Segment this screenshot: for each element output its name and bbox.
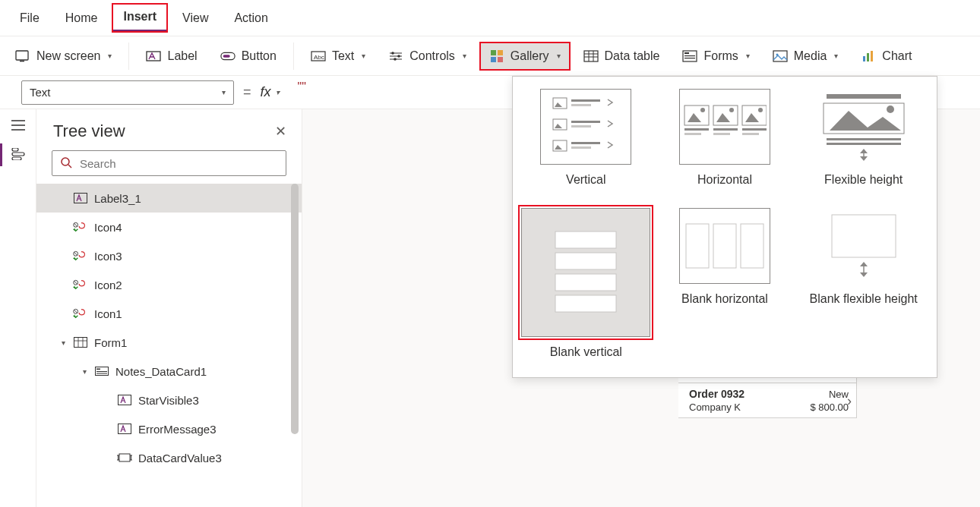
ribbon-media[interactable]: Media ▾ [763, 43, 848, 70]
ribbon-forms[interactable]: Forms ▾ [673, 43, 758, 70]
svg-rect-62 [742, 133, 759, 135]
svg-point-24 [62, 158, 69, 165]
menu-home[interactable]: Home [55, 5, 109, 31]
gallery-row[interactable]: Order 0932Company KNew$ 800.00› [678, 383, 856, 418]
svg-rect-54 [684, 133, 701, 135]
menu-view[interactable]: View [172, 5, 219, 31]
svg-rect-57 [713, 128, 738, 131]
svg-text:+: + [73, 284, 76, 290]
svg-rect-14 [584, 51, 598, 61]
tree-node-label: DataCardValue3 [138, 452, 222, 464]
formula-value: "" [298, 80, 306, 93]
ribbon-text[interactable]: Abc Text ▾ [302, 43, 375, 70]
svg-rect-53 [684, 128, 709, 131]
gallery-thumb-blank-vertical [521, 208, 650, 337]
gallery-option-label: Flexible height [798, 172, 929, 187]
label-icon [146, 49, 161, 64]
svg-text:+: + [73, 313, 76, 319]
chevron-down-icon: ▾ [276, 88, 280, 96]
gallery-thumb-blank-flexible-height [818, 208, 909, 284]
svg-rect-22 [867, 53, 869, 61]
close-icon[interactable]: ✕ [275, 123, 286, 140]
tree-node[interactable]: +Icon3 [36, 241, 302, 270]
tree-node[interactable]: ▾Form1 [36, 328, 302, 357]
tree-node[interactable]: +Icon4 [36, 213, 302, 241]
svg-rect-55 [713, 105, 738, 125]
tree-node[interactable]: +Icon2 [36, 270, 302, 299]
twisty-icon[interactable]: ▾ [59, 339, 67, 347]
svg-rect-36 [96, 369, 100, 370]
rail-hamburger[interactable] [11, 120, 25, 133]
tree-search[interactable] [52, 150, 286, 176]
ribbon-button-label: Button [242, 49, 277, 63]
gallery-icon [489, 49, 504, 64]
company-label: Company K [689, 402, 810, 413]
button-icon [220, 49, 236, 64]
amount-label: $ 800.00 [810, 402, 849, 413]
ribbon-data-table-label: Data table [605, 49, 660, 63]
scrollbar[interactable] [291, 184, 299, 434]
rail-tree-view[interactable] [11, 148, 26, 162]
svg-point-56 [729, 108, 734, 112]
ribbon-data-table[interactable]: Data table [574, 43, 669, 70]
tree-node[interactable]: DataCardValue3 [36, 443, 302, 472]
ribbon-gallery[interactable]: Gallery ▾ [480, 43, 570, 70]
tree-search-input[interactable] [78, 156, 278, 171]
svg-rect-61 [742, 128, 767, 131]
gallery-dropdown: Vertical Horizontal Flexible height [512, 76, 937, 378]
svg-point-65 [887, 105, 894, 113]
gallery-option-blank-horizontal[interactable]: Blank horizontal [659, 208, 791, 359]
svg-rect-59 [742, 105, 767, 125]
svg-rect-70 [555, 274, 616, 291]
label-icon [117, 392, 132, 408]
svg-rect-71 [555, 295, 616, 312]
svg-rect-73 [713, 224, 736, 268]
tree-node[interactable]: +Icon1 [36, 299, 302, 328]
menu-action[interactable]: Action [223, 5, 278, 31]
fx-button[interactable]: fx ▾ [261, 84, 280, 100]
property-dropdown[interactable]: Text ▾ [21, 80, 234, 105]
svg-rect-47 [571, 125, 591, 128]
gallery-option-horizontal[interactable]: Horizontal [659, 89, 791, 187]
menu-insert[interactable]: Insert [112, 4, 167, 32]
gallery-option-flexible-height[interactable]: Flexible height [798, 89, 929, 187]
gallery-thumb-vertical [540, 89, 631, 165]
tree-node[interactable]: ErrorMessage3 [36, 414, 302, 443]
gallery-option-blank-flexible-height[interactable]: Blank flexible height [798, 208, 929, 359]
menu-file[interactable]: File [9, 5, 50, 31]
tree-title: Tree view [53, 121, 125, 141]
gallery-option-vertical[interactable]: Vertical [520, 89, 652, 187]
separator [293, 43, 294, 70]
tree-node-label: Icon1 [94, 307, 122, 320]
ribbon-gallery-label: Gallery [511, 49, 549, 63]
tree-node[interactable]: ▾Notes_DataCard1 [36, 357, 302, 386]
svg-rect-37 [96, 371, 107, 372]
svg-rect-69 [555, 253, 616, 269]
tree-node-label: StarVisible3 [138, 394, 199, 407]
tree-node[interactable]: Label3_1 [36, 184, 302, 213]
gallery-thumb-blank-horizontal [679, 208, 770, 284]
svg-rect-17 [684, 55, 695, 56]
input-icon [117, 450, 132, 465]
svg-rect-67 [827, 143, 901, 145]
status-label: New [810, 389, 849, 400]
tree-view-pane: Tree view ✕ Label3_1+Icon4+Icon3+Icon2+I… [36, 109, 302, 507]
ribbon-new-screen-label: New screen [36, 49, 100, 63]
chart-icon [861, 49, 876, 64]
ribbon-controls[interactable]: Controls ▾ [379, 43, 476, 70]
tree-node[interactable]: StarVisible3 [36, 386, 302, 414]
svg-rect-34 [74, 338, 87, 348]
ribbon-button[interactable]: Button [211, 43, 286, 70]
ribbon-chart[interactable]: Chart [852, 43, 921, 70]
svg-point-60 [758, 108, 763, 112]
svg-rect-1 [20, 61, 24, 61]
ribbon-label[interactable]: Label [137, 43, 206, 70]
datacard-icon [94, 364, 109, 379]
search-icon [60, 156, 72, 171]
gallery-option-blank-vertical[interactable]: Blank vertical [520, 208, 652, 359]
ribbon-new-screen[interactable]: New screen ▾ [6, 43, 121, 70]
text-icon: Abc [311, 49, 326, 64]
tree-node-label: Notes_DataCard1 [115, 365, 207, 378]
twisty-icon[interactable]: ▾ [81, 367, 88, 376]
tree-node-label: Label3_1 [94, 192, 141, 205]
